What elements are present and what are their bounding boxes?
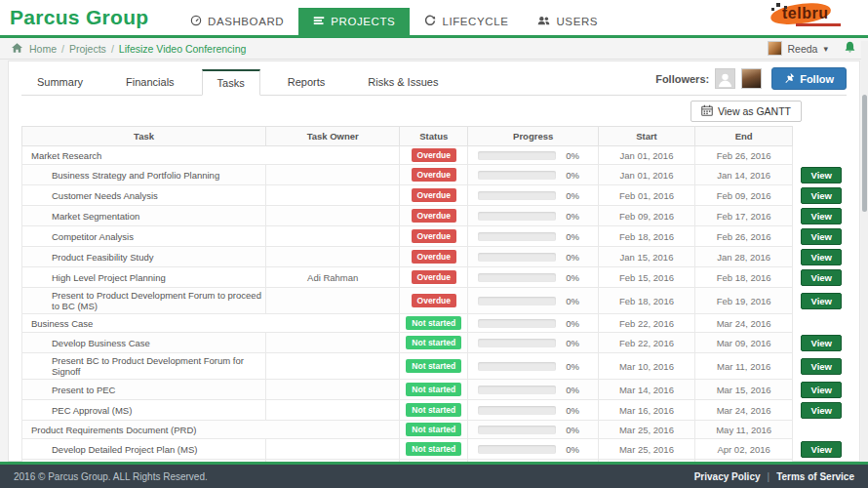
task-owner-cell <box>266 380 400 400</box>
progress-value: 0% <box>566 444 579 455</box>
follower-avatar-placeholder <box>715 68 735 89</box>
start-date-cell: Feb 22, 2016 <box>599 314 695 333</box>
scrollbar[interactable] <box>861 41 868 462</box>
progress-cell: 0% <box>468 247 599 267</box>
privacy-policy-link[interactable]: Privacy Policy <box>694 471 761 482</box>
status-cell: Not started <box>400 333 468 353</box>
tab-tasks[interactable]: Tasks <box>202 69 260 96</box>
start-date-cell: Jan 01, 2016 <box>599 146 695 165</box>
start-date-cell: Feb 01, 2016 <box>599 185 695 206</box>
follower-avatar-photo <box>741 68 762 89</box>
start-date-cell: Feb 09, 2016 <box>599 206 695 226</box>
column-header-status: Status <box>400 127 468 146</box>
tab-summary[interactable]: Summary <box>21 69 99 95</box>
nav-item-users[interactable]: USERS <box>523 8 612 35</box>
progress-bar <box>478 386 556 394</box>
nav-item-dashboard[interactable]: DASHBOARD <box>176 8 298 35</box>
task-owner-cell <box>266 226 400 247</box>
scrollbar-thumb[interactable] <box>862 95 867 212</box>
progress-cell: 0% <box>468 380 599 400</box>
task-owner-cell <box>266 288 400 314</box>
status-cell: Overdue <box>400 288 468 314</box>
tab-reports[interactable]: Reports <box>272 69 341 95</box>
view-button[interactable]: View <box>801 402 841 419</box>
task-name-cell: Market Segmentation <box>22 206 266 226</box>
progress-cell: 0% <box>468 226 599 247</box>
progress-cell: 0% <box>468 421 599 439</box>
view-button[interactable]: View <box>801 167 841 183</box>
user-name: Reeda <box>788 43 818 55</box>
user-menu[interactable]: Reeda ▾ <box>768 41 856 56</box>
end-date-cell: May 11, 2016 <box>694 421 793 439</box>
pin-icon <box>784 72 795 85</box>
progress-value: 0% <box>566 231 579 242</box>
tab-financials[interactable]: Financials <box>110 69 190 95</box>
dashboard-icon <box>190 15 202 28</box>
column-header-start: Start <box>599 127 695 146</box>
follow-button[interactable]: Follow <box>771 67 847 90</box>
telbru-logo-tagline <box>796 23 841 26</box>
task-owner-cell <box>266 333 400 353</box>
home-icon <box>12 43 22 55</box>
task-table: Task Task Owner Status Progress Start En… <box>21 126 847 488</box>
progress-value: 0% <box>566 190 579 201</box>
status-cell: Not started <box>400 421 468 439</box>
actions-cell: View <box>793 165 847 185</box>
end-date-cell: Mar 24, 2016 <box>694 314 793 333</box>
progress-cell: 0% <box>468 439 599 460</box>
progress-cell: 0% <box>468 314 599 333</box>
progress-cell: 0% <box>468 146 599 165</box>
nav-item-lifecycle[interactable]: LIFECYCLE <box>410 8 523 35</box>
progress-bar <box>478 297 556 305</box>
view-button[interactable]: View <box>801 208 841 224</box>
task-name-cell: Market Research <box>22 146 400 165</box>
start-date-cell: Feb 15, 2016 <box>599 267 695 288</box>
view-button[interactable]: View <box>801 382 841 398</box>
copyright-text: 2016 © Parcus Group. ALL Rights Reserved… <box>14 471 208 482</box>
task-name-cell: Product Feasibility Study <box>22 247 266 267</box>
status-badge: Not started <box>406 442 461 456</box>
task-name-cell: Business Case <box>22 314 400 333</box>
view-button[interactable]: View <box>801 293 841 309</box>
progress-value: 0% <box>566 170 579 181</box>
actions-cell: View <box>793 353 847 380</box>
footer: 2016 © Parcus Group. ALL Rights Reserved… <box>0 462 868 488</box>
status-badge: Not started <box>406 336 461 349</box>
view-button[interactable]: View <box>801 187 841 204</box>
status-badge: Not started <box>406 316 461 330</box>
progress-value: 0% <box>566 296 579 306</box>
breadcrumb-home[interactable]: Home <box>29 43 57 55</box>
terms-of-service-link[interactable]: Terms of Service <box>776 471 854 482</box>
progress-bar <box>478 273 556 282</box>
start-date-cell: Mar 10, 2016 <box>599 353 695 380</box>
status-badge: Not started <box>406 423 461 436</box>
telbru-logo: telbru <box>767 3 850 32</box>
calendar-icon <box>701 104 713 118</box>
breadcrumb-bar: Home / Projects / Lifesize Video Confere… <box>0 38 868 60</box>
start-date-cell: Mar 16, 2016 <box>599 400 695 421</box>
view-button[interactable]: View <box>801 249 841 265</box>
status-badge: Overdue <box>412 188 457 202</box>
actions-cell: View <box>793 439 847 460</box>
actions-cell: View <box>793 333 847 353</box>
table-row: Present to Product Development Forum to … <box>22 288 847 314</box>
actions-cell: View <box>793 400 847 421</box>
projects-icon <box>313 15 325 28</box>
view-as-gantt-button[interactable]: View as GANTT <box>690 101 802 122</box>
view-button[interactable]: View <box>801 335 841 351</box>
nav-label: LIFECYCLE <box>442 16 508 27</box>
tab-risks-issues[interactable]: Risks & Issues <box>352 69 454 95</box>
view-button[interactable]: View <box>801 228 841 245</box>
breadcrumb-projects[interactable]: Projects <box>69 43 106 55</box>
nav-item-projects[interactable]: PROJECTS <box>298 8 410 35</box>
progress-cell: 0% <box>468 267 599 288</box>
view-button[interactable]: View <box>801 441 841 458</box>
top-bar: Parcus Group DASHBOARD PROJECTS LIFECYCL… <box>0 0 868 38</box>
table-row: Business CaseNot started0%Feb 22, 2016Ma… <box>22 314 847 333</box>
start-date-cell: Mar 14, 2016 <box>599 380 695 400</box>
view-button[interactable]: View <box>801 358 841 375</box>
view-button[interactable]: View <box>801 269 841 286</box>
telbru-logo-text: telbru <box>782 5 828 21</box>
end-date-cell: Feb 26, 2016 <box>694 146 793 165</box>
notification-bell-icon[interactable] <box>844 41 856 56</box>
